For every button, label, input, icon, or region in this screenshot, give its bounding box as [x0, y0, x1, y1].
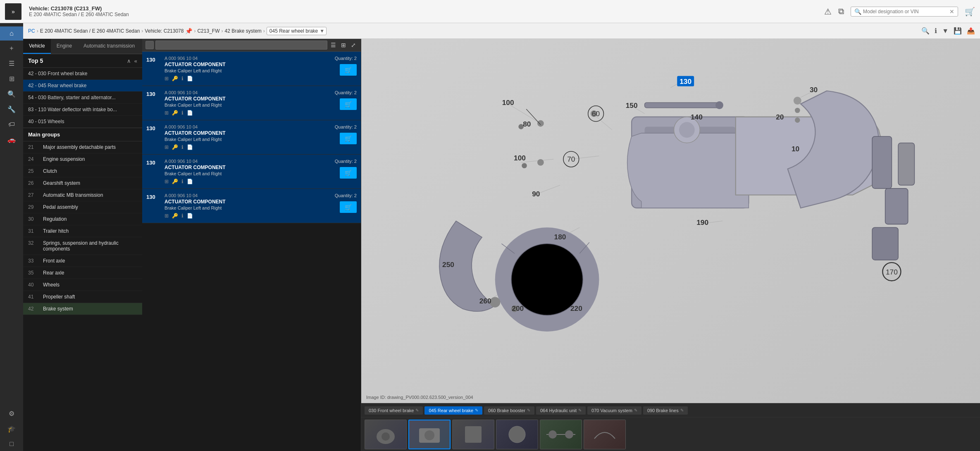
copy-icon[interactable]: ⧉ — [838, 7, 844, 16]
top5-item-3[interactable]: 83 - 110 Water deflector with intake bo.… — [23, 104, 142, 116]
part-table-icon-2[interactable]: ⊞ — [165, 144, 169, 150]
group-item-27[interactable]: 27 Automatic MB transmission — [23, 189, 142, 201]
part-table-icon-4[interactable]: ⊞ — [165, 213, 169, 219]
part-info-icon-3[interactable]: ℹ — [181, 179, 184, 184]
search-box-top[interactable]: 🔍 ✕ — [851, 7, 958, 17]
table-list-icon[interactable]: ☰ — [329, 41, 338, 49]
part-doc-icon-0[interactable]: 📄 — [187, 76, 193, 81]
group-item-29[interactable]: 29 Pedal assembly — [23, 201, 142, 213]
part-table-icon-3[interactable]: ⊞ — [165, 179, 169, 184]
part-row-4[interactable]: 130 A 000 906 10 04 ACTUATOR COMPONENT B… — [142, 189, 361, 223]
bottom-tab-070[interactable]: 070 Vacuum system ✎ — [587, 406, 641, 415]
top5-close-icon[interactable]: « — [134, 58, 137, 64]
part-row-0[interactable]: 130 A 000 906 10 04 ACTUATOR COMPONENT B… — [142, 52, 361, 86]
thumb-3[interactable] — [496, 420, 538, 449]
part-key-icon-3[interactable]: 🔑 — [172, 179, 178, 184]
sidebar-item-add[interactable]: + — [0, 41, 23, 55]
sidebar-item-graduate[interactable]: 🎓 — [0, 422, 23, 436]
part-doc-icon-2[interactable]: 📄 — [187, 144, 193, 150]
part-doc-icon-1[interactable]: 📄 — [187, 110, 193, 116]
sidebar-item-list[interactable]: ☰ — [0, 56, 23, 71]
diagram-container[interactable]: 130 100 80 60 70 — [361, 39, 980, 403]
part-key-icon-2[interactable]: 🔑 — [172, 144, 178, 150]
bottom-tab-064[interactable]: 064 Hydraulic unit ✎ — [536, 406, 586, 415]
sidebar-item-tag[interactable]: 🏷 — [0, 117, 23, 131]
top5-collapse-icon[interactable]: ∧ — [127, 58, 131, 64]
thumb-0[interactable] — [365, 420, 407, 449]
sidebar-item-car[interactable]: 🚗 — [0, 132, 23, 147]
sidebar-item-search[interactable]: 🔍 — [0, 87, 23, 101]
part-doc-icon-3[interactable]: 📄 — [187, 179, 193, 184]
part-cart-btn-3[interactable]: 🛒 — [340, 167, 357, 179]
info-icon[interactable]: ℹ — [935, 27, 937, 35]
breadcrumb-vehicle-model[interactable]: E 200 4MATIC Sedan / E 260 4MATIC Sedan — [40, 28, 140, 34]
breadcrumb-vehicle-pin[interactable]: 📌 — [185, 28, 192, 34]
sidebar-item-home[interactable]: ⌂ — [0, 26, 23, 41]
part-key-icon-1[interactable]: 🔑 — [172, 110, 178, 116]
part-cart-btn-1[interactable]: 🛒 — [340, 98, 357, 110]
parts-search-input[interactable] — [155, 41, 327, 50]
part-key-icon-4[interactable]: 🔑 — [172, 213, 178, 219]
tab-engine[interactable]: Engine — [51, 39, 78, 54]
part-row-1[interactable]: 130 A 000 906 10 04 ACTUATOR COMPONENT B… — [142, 86, 361, 120]
part-cart-btn-4[interactable]: 🛒 — [340, 201, 357, 213]
group-item-35[interactable]: 35 Rear axle — [23, 267, 142, 279]
part-info-icon-0[interactable]: ℹ — [181, 76, 184, 81]
group-item-42[interactable]: 42 Brake system — [23, 303, 142, 315]
breadcrumb-fw[interactable]: C213_FW — [197, 28, 219, 34]
tab-vehicle[interactable]: Vehicle — [23, 39, 51, 54]
part-info-icon-1[interactable]: ℹ — [181, 110, 184, 116]
part-row-3[interactable]: 130 A 000 906 10 04 ACTUATOR COMPONENT B… — [142, 155, 361, 189]
breadcrumb-pc[interactable]: PC — [28, 28, 35, 34]
tab-transmission[interactable]: Automatic transmission — [78, 39, 141, 54]
part-info-icon-2[interactable]: ℹ — [181, 144, 184, 150]
group-item-21[interactable]: 21 Major assembly detachable parts — [23, 141, 142, 153]
part-doc-icon-4[interactable]: 📄 — [187, 213, 193, 219]
part-key-icon-0[interactable]: 🔑 — [172, 76, 178, 81]
part-info-icon-4[interactable]: ℹ — [181, 213, 184, 219]
filter-icon[interactable]: ▼ — [942, 27, 949, 35]
part-cart-btn-0[interactable]: 🛒 — [340, 64, 357, 76]
search-input-top[interactable] — [863, 9, 948, 14]
export-icon[interactable]: 📤 — [967, 27, 975, 35]
table-grid-icon[interactable]: ⊞ — [339, 41, 348, 49]
group-item-31[interactable]: 31 Trailer hitch — [23, 225, 142, 237]
thumb-5[interactable] — [584, 420, 626, 449]
top5-item-0[interactable]: 42 - 030 Front wheel brake — [23, 68, 142, 80]
part-cart-btn-2[interactable]: 🛒 — [340, 133, 357, 144]
table-expand-icon[interactable]: ⤢ — [349, 41, 358, 49]
clear-icon[interactable]: ✕ — [949, 8, 954, 15]
thumb-4[interactable] — [540, 420, 582, 449]
thumb-1[interactable] — [408, 420, 451, 449]
bottom-tab-060[interactable]: 060 Brake booster ✎ — [484, 406, 534, 415]
sidebar-item-grid[interactable]: ⊞ — [0, 72, 23, 86]
breadcrumb-brake[interactable]: 42 Brake system — [224, 28, 261, 34]
top5-item-1[interactable]: 42 - 045 Rear wheel brake — [23, 80, 142, 92]
zoom-icon[interactable]: 🔍 — [921, 27, 930, 35]
group-item-30[interactable]: 30 Regulation — [23, 213, 142, 225]
thumb-2[interactable] — [452, 420, 494, 449]
part-row-2[interactable]: 130 A 000 906 10 04 ACTUATOR COMPONENT B… — [142, 120, 361, 155]
group-item-25[interactable]: 25 Clutch — [23, 165, 142, 177]
breadcrumb-vehicle-id[interactable]: Vehicle: C213078 — [145, 28, 184, 34]
bottom-tab-030[interactable]: 030 Front wheel brake ✎ — [365, 406, 423, 415]
part-table-icon-1[interactable]: ⊞ — [165, 110, 169, 116]
top5-item-2[interactable]: 54 - 030 Battery, starter and alternator… — [23, 92, 142, 104]
group-item-41[interactable]: 41 Propeller shaft — [23, 291, 142, 303]
group-item-40[interactable]: 40 Wheels — [23, 279, 142, 291]
sidebar-item-wrench[interactable]: 🔧 — [0, 102, 23, 117]
group-item-32[interactable]: 32 Springs, suspension and hydraulic com… — [23, 237, 142, 255]
warning-icon[interactable]: ⚠ — [824, 7, 832, 17]
group-item-33[interactable]: 33 Front axle — [23, 255, 142, 267]
part-table-icon-0[interactable]: ⊞ — [165, 76, 169, 81]
bottom-tab-090[interactable]: 090 Brake lines ✎ — [643, 406, 688, 415]
sidebar-item-square[interactable]: □ — [0, 437, 23, 451]
sidebar-collapse-btn[interactable]: » — [5, 3, 21, 20]
bottom-tab-045[interactable]: 045 Rear wheel brake ✎ — [424, 406, 482, 415]
save-icon[interactable]: 💾 — [954, 27, 962, 35]
group-item-26[interactable]: 26 Gearshift system — [23, 177, 142, 189]
sidebar-item-settings[interactable]: ⚙ — [0, 406, 23, 421]
group-item-24[interactable]: 24 Engine suspension — [23, 153, 142, 165]
top5-item-4[interactable]: 40 - 015 Wheels — [23, 116, 142, 128]
cart-icon[interactable]: 🛒 — [965, 7, 975, 17]
